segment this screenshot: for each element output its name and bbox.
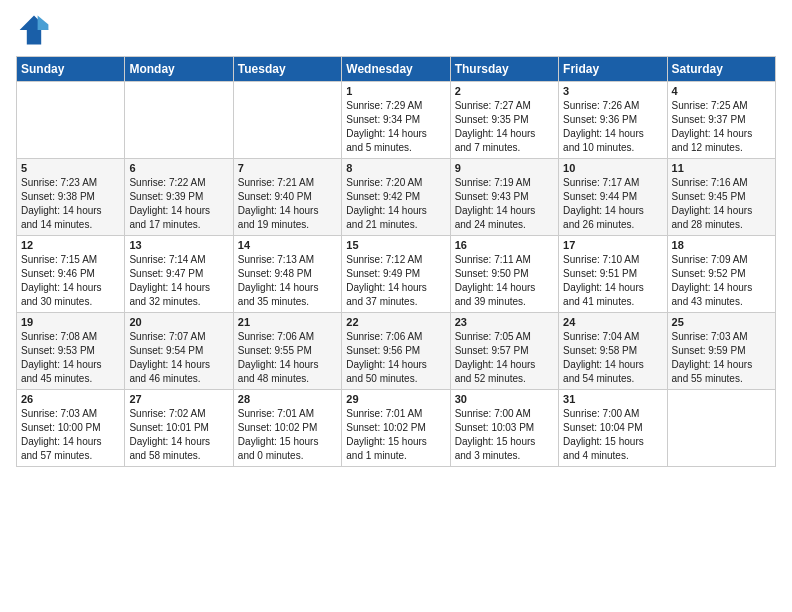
- logo: [16, 12, 56, 48]
- day-cell: 26Sunrise: 7:03 AMSunset: 10:00 PMDaylig…: [17, 390, 125, 467]
- weekday-saturday: Saturday: [667, 57, 775, 82]
- day-number: 21: [238, 316, 337, 328]
- day-number: 12: [21, 239, 120, 251]
- day-cell: 27Sunrise: 7:02 AMSunset: 10:01 PMDaylig…: [125, 390, 233, 467]
- day-cell: 24Sunrise: 7:04 AMSunset: 9:58 PMDayligh…: [559, 313, 667, 390]
- day-number: 20: [129, 316, 228, 328]
- day-number: 31: [563, 393, 662, 405]
- day-cell: 30Sunrise: 7:00 AMSunset: 10:03 PMDaylig…: [450, 390, 558, 467]
- calendar-table: SundayMondayTuesdayWednesdayThursdayFrid…: [16, 56, 776, 467]
- day-cell: 12Sunrise: 7:15 AMSunset: 9:46 PMDayligh…: [17, 236, 125, 313]
- day-number: 6: [129, 162, 228, 174]
- weekday-monday: Monday: [125, 57, 233, 82]
- day-cell: 1Sunrise: 7:29 AMSunset: 9:34 PMDaylight…: [342, 82, 450, 159]
- day-info: Sunrise: 7:01 AMSunset: 10:02 PMDaylight…: [238, 407, 337, 463]
- weekday-thursday: Thursday: [450, 57, 558, 82]
- day-info: Sunrise: 7:19 AMSunset: 9:43 PMDaylight:…: [455, 176, 554, 232]
- day-number: 23: [455, 316, 554, 328]
- day-info: Sunrise: 7:26 AMSunset: 9:36 PMDaylight:…: [563, 99, 662, 155]
- day-number: 25: [672, 316, 771, 328]
- day-cell: 25Sunrise: 7:03 AMSunset: 9:59 PMDayligh…: [667, 313, 775, 390]
- day-number: 30: [455, 393, 554, 405]
- day-cell: 16Sunrise: 7:11 AMSunset: 9:50 PMDayligh…: [450, 236, 558, 313]
- day-number: 5: [21, 162, 120, 174]
- day-info: Sunrise: 7:15 AMSunset: 9:46 PMDaylight:…: [21, 253, 120, 309]
- day-info: Sunrise: 7:11 AMSunset: 9:50 PMDaylight:…: [455, 253, 554, 309]
- day-number: 28: [238, 393, 337, 405]
- day-cell: 31Sunrise: 7:00 AMSunset: 10:04 PMDaylig…: [559, 390, 667, 467]
- day-cell: 29Sunrise: 7:01 AMSunset: 10:02 PMDaylig…: [342, 390, 450, 467]
- day-info: Sunrise: 7:14 AMSunset: 9:47 PMDaylight:…: [129, 253, 228, 309]
- day-info: Sunrise: 7:01 AMSunset: 10:02 PMDaylight…: [346, 407, 445, 463]
- day-cell: 5Sunrise: 7:23 AMSunset: 9:38 PMDaylight…: [17, 159, 125, 236]
- day-cell: 15Sunrise: 7:12 AMSunset: 9:49 PMDayligh…: [342, 236, 450, 313]
- day-number: 3: [563, 85, 662, 97]
- day-cell: 20Sunrise: 7:07 AMSunset: 9:54 PMDayligh…: [125, 313, 233, 390]
- day-number: 16: [455, 239, 554, 251]
- day-info: Sunrise: 7:04 AMSunset: 9:58 PMDaylight:…: [563, 330, 662, 386]
- weekday-header-row: SundayMondayTuesdayWednesdayThursdayFrid…: [17, 57, 776, 82]
- day-info: Sunrise: 7:09 AMSunset: 9:52 PMDaylight:…: [672, 253, 771, 309]
- day-number: 26: [21, 393, 120, 405]
- week-row-5: 26Sunrise: 7:03 AMSunset: 10:00 PMDaylig…: [17, 390, 776, 467]
- weekday-friday: Friday: [559, 57, 667, 82]
- day-info: Sunrise: 7:12 AMSunset: 9:49 PMDaylight:…: [346, 253, 445, 309]
- header: [16, 12, 776, 48]
- day-cell: 10Sunrise: 7:17 AMSunset: 9:44 PMDayligh…: [559, 159, 667, 236]
- day-cell: [125, 82, 233, 159]
- day-cell: 14Sunrise: 7:13 AMSunset: 9:48 PMDayligh…: [233, 236, 341, 313]
- day-number: 29: [346, 393, 445, 405]
- day-number: 9: [455, 162, 554, 174]
- day-cell: 9Sunrise: 7:19 AMSunset: 9:43 PMDaylight…: [450, 159, 558, 236]
- weekday-tuesday: Tuesday: [233, 57, 341, 82]
- day-number: 2: [455, 85, 554, 97]
- weekday-sunday: Sunday: [17, 57, 125, 82]
- day-info: Sunrise: 7:06 AMSunset: 9:55 PMDaylight:…: [238, 330, 337, 386]
- day-number: 7: [238, 162, 337, 174]
- day-number: 15: [346, 239, 445, 251]
- day-info: Sunrise: 7:13 AMSunset: 9:48 PMDaylight:…: [238, 253, 337, 309]
- day-info: Sunrise: 7:08 AMSunset: 9:53 PMDaylight:…: [21, 330, 120, 386]
- day-info: Sunrise: 7:17 AMSunset: 9:44 PMDaylight:…: [563, 176, 662, 232]
- day-info: Sunrise: 7:25 AMSunset: 9:37 PMDaylight:…: [672, 99, 771, 155]
- page: SundayMondayTuesdayWednesdayThursdayFrid…: [0, 0, 792, 612]
- day-cell: 17Sunrise: 7:10 AMSunset: 9:51 PMDayligh…: [559, 236, 667, 313]
- day-number: 14: [238, 239, 337, 251]
- day-info: Sunrise: 7:02 AMSunset: 10:01 PMDaylight…: [129, 407, 228, 463]
- week-row-3: 12Sunrise: 7:15 AMSunset: 9:46 PMDayligh…: [17, 236, 776, 313]
- weekday-wednesday: Wednesday: [342, 57, 450, 82]
- day-cell: 3Sunrise: 7:26 AMSunset: 9:36 PMDaylight…: [559, 82, 667, 159]
- day-cell: [667, 390, 775, 467]
- day-info: Sunrise: 7:27 AMSunset: 9:35 PMDaylight:…: [455, 99, 554, 155]
- day-info: Sunrise: 7:20 AMSunset: 9:42 PMDaylight:…: [346, 176, 445, 232]
- day-number: 22: [346, 316, 445, 328]
- day-number: 1: [346, 85, 445, 97]
- day-cell: 11Sunrise: 7:16 AMSunset: 9:45 PMDayligh…: [667, 159, 775, 236]
- day-number: 17: [563, 239, 662, 251]
- day-info: Sunrise: 7:10 AMSunset: 9:51 PMDaylight:…: [563, 253, 662, 309]
- day-info: Sunrise: 7:21 AMSunset: 9:40 PMDaylight:…: [238, 176, 337, 232]
- day-cell: 2Sunrise: 7:27 AMSunset: 9:35 PMDaylight…: [450, 82, 558, 159]
- day-cell: 19Sunrise: 7:08 AMSunset: 9:53 PMDayligh…: [17, 313, 125, 390]
- day-info: Sunrise: 7:00 AMSunset: 10:03 PMDaylight…: [455, 407, 554, 463]
- day-number: 4: [672, 85, 771, 97]
- week-row-1: 1Sunrise: 7:29 AMSunset: 9:34 PMDaylight…: [17, 82, 776, 159]
- day-cell: 4Sunrise: 7:25 AMSunset: 9:37 PMDaylight…: [667, 82, 775, 159]
- day-info: Sunrise: 7:00 AMSunset: 10:04 PMDaylight…: [563, 407, 662, 463]
- day-info: Sunrise: 7:29 AMSunset: 9:34 PMDaylight:…: [346, 99, 445, 155]
- day-number: 13: [129, 239, 228, 251]
- day-cell: 23Sunrise: 7:05 AMSunset: 9:57 PMDayligh…: [450, 313, 558, 390]
- logo-icon: [16, 12, 52, 48]
- svg-marker-1: [38, 16, 49, 30]
- day-cell: 7Sunrise: 7:21 AMSunset: 9:40 PMDaylight…: [233, 159, 341, 236]
- day-info: Sunrise: 7:06 AMSunset: 9:56 PMDaylight:…: [346, 330, 445, 386]
- day-cell: 22Sunrise: 7:06 AMSunset: 9:56 PMDayligh…: [342, 313, 450, 390]
- day-number: 18: [672, 239, 771, 251]
- day-number: 19: [21, 316, 120, 328]
- day-cell: [17, 82, 125, 159]
- day-info: Sunrise: 7:23 AMSunset: 9:38 PMDaylight:…: [21, 176, 120, 232]
- day-info: Sunrise: 7:07 AMSunset: 9:54 PMDaylight:…: [129, 330, 228, 386]
- day-cell: 8Sunrise: 7:20 AMSunset: 9:42 PMDaylight…: [342, 159, 450, 236]
- day-number: 24: [563, 316, 662, 328]
- day-number: 10: [563, 162, 662, 174]
